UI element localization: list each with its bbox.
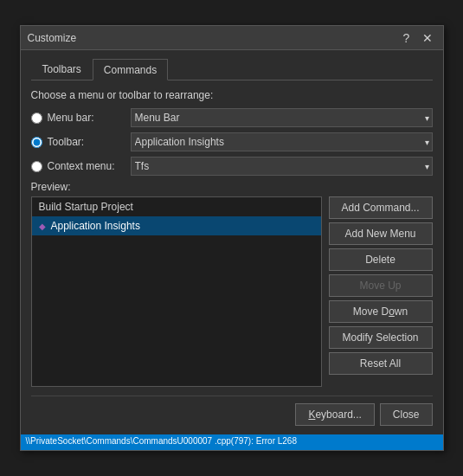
context-menu-row: Context menu: Tfs [31,157,433,176]
item-text: Application Insights [51,220,140,232]
delete-button[interactable]: Delete [329,248,433,271]
menu-bar-dropdown-wrapper: Menu Bar [131,108,433,127]
main-area: Build Startup Project ◆ Application Insi… [31,196,433,387]
help-button[interactable]: ? [398,29,415,47]
status-text: \\PrivateSocket\Commands\CommandsU000007… [26,436,297,446]
toolbar-dropdown[interactable]: Application Insights [131,132,433,151]
move-down-button[interactable]: Move Down [329,300,433,323]
dialog-body: Toolbars Commands Choose a menu or toolb… [21,50,443,434]
item-text: Build Startup Project [39,201,133,213]
tab-toolbars[interactable]: Toolbars [31,59,93,80]
title-bar-buttons: ? ✕ [398,29,436,47]
menu-bar-row: Menu bar: Menu Bar [31,108,433,127]
toolbar-row: Toolbar: Application Insights [31,132,433,151]
toolbar-label: Toolbar: [48,136,125,148]
preview-label: Preview: [31,181,433,193]
preview-list[interactable]: Build Startup Project ◆ Application Insi… [31,196,322,387]
context-menu-radio[interactable] [31,161,42,172]
close-window-button[interactable]: ✕ [419,29,436,47]
customize-dialog: Customize ? ✕ Toolbars Commands Choose a… [20,25,444,451]
menu-bar-label: Menu bar: [48,112,125,124]
dialog-title: Customize [28,32,77,44]
context-menu-dropdown[interactable]: Tfs [131,157,433,176]
item-icon: ◆ [39,222,46,231]
tab-commands[interactable]: Commands [93,59,168,80]
reset-all-button[interactable]: Reset All [329,352,433,375]
context-menu-label: Context menu: [48,160,125,172]
action-buttons: Add Command... Add New Menu Delete Move … [329,196,433,387]
list-item[interactable]: ◆ Application Insights [32,216,321,235]
keyboard-button[interactable]: Keyboard... [295,403,374,426]
modify-selection-button[interactable]: Modify Selection [329,326,433,349]
title-bar-left: Customize [28,32,77,44]
toolbar-dropdown-wrapper: Application Insights [131,132,433,151]
choose-label: Choose a menu or toolbar to rearrange: [31,89,433,101]
menu-bar-radio[interactable] [31,113,42,124]
menu-bar-dropdown[interactable]: Menu Bar [131,108,433,127]
tab-bar: Toolbars Commands [31,59,433,80]
add-new-menu-button[interactable]: Add New Menu [329,222,433,245]
close-button[interactable]: Close [380,403,433,426]
list-item[interactable]: Build Startup Project [32,197,321,216]
status-bar: \\PrivateSocket\Commands\CommandsU000007… [21,434,443,450]
move-up-button[interactable]: Move Up [329,274,433,297]
title-bar: Customize ? ✕ [21,26,443,50]
toolbar-radio[interactable] [31,137,42,148]
bottom-row: Keyboard... Close [31,396,433,426]
context-menu-dropdown-wrapper: Tfs [131,157,433,176]
add-command-button[interactable]: Add Command... [329,196,433,219]
